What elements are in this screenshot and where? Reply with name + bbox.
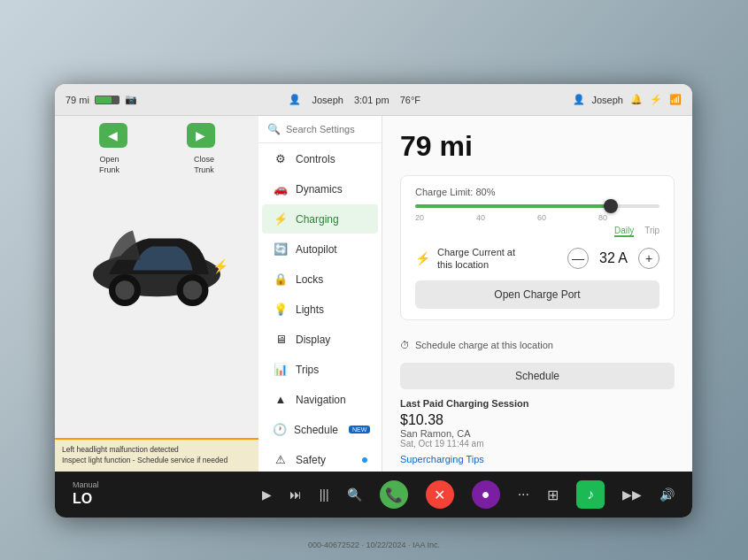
trip-tab[interactable]: Trip <box>644 226 659 237</box>
current-value: 32 A <box>596 250 631 266</box>
bell-icon: 🔔 <box>630 94 643 105</box>
main-area: ◀ ▶ OpenFrunk CloseTrunk <box>55 116 692 472</box>
lights-nav-label: Lights <box>296 303 324 316</box>
taskbar-manual-lo: Manual LO <box>73 480 99 509</box>
svg-point-2 <box>115 281 135 301</box>
slider-mark-80: 80 <box>598 213 607 222</box>
safety-dot <box>362 457 367 463</box>
status-left: 79 mi 📷 <box>66 94 137 105</box>
sidebar-item-display[interactable]: 🖥Display <box>262 325 378 354</box>
bluetooth-icon: ⚡ <box>650 94 662 105</box>
sidebar-item-schedule[interactable]: 🕐ScheduleNEW <box>262 415 378 444</box>
increase-current-button[interactable]: + <box>638 248 659 269</box>
schedule-badge: NEW <box>349 426 370 433</box>
profile-icon: 👤 <box>289 94 301 105</box>
svg-point-4 <box>183 281 203 301</box>
search-icon-taskbar[interactable]: 🔍 <box>347 487 362 502</box>
sidebar-item-lights[interactable]: 💡Lights <box>262 295 378 324</box>
locks-nav-icon: 🔒 <box>273 272 289 286</box>
tesla-screen: 79 mi 📷 👤 Joseph 3:01 pm 76°F 👤 Joseph 🔔… <box>55 84 692 518</box>
alert-box: Left headlight malfunction detected Insp… <box>55 438 258 472</box>
right-arrow-icon: ▶ <box>196 128 205 142</box>
dynamics-nav-icon: 🚗 <box>273 182 289 196</box>
trips-nav-label: Trips <box>296 364 319 376</box>
open-frunk-label: OpenFrunk <box>99 155 120 175</box>
plus-icon: + <box>645 251 652 265</box>
last-session-title: Last Paid Charging Session <box>400 398 675 409</box>
outer-frame: 79 mi 📷 👤 Joseph 3:01 pm 76°F 👤 Joseph 🔔… <box>0 0 748 560</box>
right-arrow-button[interactable]: ▶ <box>187 123 215 148</box>
profile-icon-right: 👤 <box>573 94 585 105</box>
slider-mark-20: 20 <box>415 213 424 222</box>
trips-nav-icon: 📊 <box>273 363 289 376</box>
dynamics-nav-label: Dynamics <box>296 183 343 196</box>
schedule-check-icon: ⏱ <box>400 340 410 350</box>
grid-icon[interactable]: ⊞ <box>547 487 559 503</box>
sidebar-item-locks[interactable]: 🔒Locks <box>262 265 378 294</box>
sound-icon[interactable]: 🔊 <box>659 487 675 502</box>
status-bar: 79 mi 📷 👤 Joseph 3:01 pm 76°F 👤 Joseph 🔔… <box>55 84 692 116</box>
schedule-check-label: Schedule charge at this location <box>415 340 553 350</box>
slider-mark-40: 40 <box>476 213 485 222</box>
charging-icon-small: ⚡ <box>415 251 430 265</box>
svg-text:⚡: ⚡ <box>212 258 228 274</box>
safety-nav-label: Safety <box>296 454 326 466</box>
sidebar-item-safety[interactable]: ⚠Safety <box>262 445 378 472</box>
slider-fill <box>415 204 611 208</box>
charge-slider-container[interactable] <box>415 204 659 208</box>
car-view-panel: ◀ ▶ OpenFrunk CloseTrunk <box>55 116 258 472</box>
display-nav-label: Display <box>296 334 330 346</box>
minus-icon: — <box>572 251 584 265</box>
sidebar-item-controls[interactable]: ⚙Controls <box>262 144 378 173</box>
schedule-button[interactable]: Schedule <box>400 363 675 389</box>
sidebar-item-dynamics[interactable]: 🚗Dynamics <box>262 174 378 203</box>
mileage-display: 79 mi <box>66 95 89 105</box>
bottom-info: 000-40672522 · 10/22/2024 · IAA Inc. <box>0 541 748 549</box>
sidebar-item-trips[interactable]: 📊Trips <box>262 355 378 384</box>
controls-nav-label: Controls <box>296 153 335 165</box>
sidebar: 🔍 ⚙Controls🚗Dynamics⚡Charging🔄Autopilot🔒… <box>258 116 382 472</box>
last-session-date: Sat, Oct 19 11:44 am <box>400 439 675 449</box>
media-icon[interactable]: ▶▶ <box>622 487 642 502</box>
dots-icon[interactable]: ··· <box>518 487 529 502</box>
signal-icon: 📶 <box>669 94 682 105</box>
spotify-button[interactable]: ♪ <box>576 480 605 509</box>
end-call-button[interactable]: ✕ <box>426 480 454 509</box>
play-icon[interactable]: ▶ <box>262 487 272 502</box>
daily-tab[interactable]: Daily <box>614 226 634 237</box>
decrease-current-button[interactable]: — <box>567 248 589 269</box>
current-control: — 32 A + <box>567 248 659 269</box>
slider-thumb[interactable] <box>604 199 618 213</box>
phone-button[interactable]: 📞 <box>380 480 408 509</box>
sidebar-item-autopilot[interactable]: 🔄Autopilot <box>262 234 378 264</box>
lo-label: LO <box>73 490 99 509</box>
close-trunk-label: CloseTrunk <box>194 155 214 175</box>
last-session-location: San Ramon, CA <box>400 428 675 439</box>
search-icon: 🔍 <box>267 123 281 135</box>
alert-text: Left headlight malfunction detected Insp… <box>62 445 227 464</box>
daily-trip-selector: Daily Trip <box>415 226 659 237</box>
miles-display: 79 mi <box>400 130 675 163</box>
left-arrow-icon: ◀ <box>108 128 118 142</box>
wave-icon[interactable]: ||| <box>320 487 329 502</box>
skip-icon[interactable]: ⏭ <box>289 487 302 502</box>
schedule-nav-icon: 🕐 <box>273 423 287 436</box>
schedule-row: ⏱ Schedule charge at this location <box>400 331 675 359</box>
taskbar-center: ▶ ⏭ ||| 🔍 📞 ✕ ● ··· ⊞ ♪ ▶▶ 🔊 <box>262 480 675 509</box>
autopilot-nav-label: Autopilot <box>296 243 337 256</box>
slider-labels: 20 40 60 80 <box>415 213 659 222</box>
sidebar-item-charging[interactable]: ⚡Charging <box>262 204 378 234</box>
controls-nav-icon: ⚙ <box>273 152 289 165</box>
supercharging-tips-link[interactable]: Supercharging Tips <box>400 454 675 464</box>
search-input[interactable] <box>286 124 373 134</box>
media-button[interactable]: ● <box>472 480 500 509</box>
manual-label: Manual <box>73 480 99 491</box>
open-charge-port-button[interactable]: Open Charge Port <box>415 280 659 309</box>
sidebar-item-navigation[interactable]: ▲Navigation <box>262 385 378 414</box>
temperature-display: 76°F <box>400 95 420 105</box>
camera-icon: 📷 <box>125 94 137 105</box>
left-arrow-button[interactable]: ◀ <box>99 123 127 148</box>
slider-track <box>415 204 659 208</box>
display-nav-icon: 🖥 <box>273 333 289 346</box>
charge-current-label: Charge Current at this location <box>437 246 560 272</box>
